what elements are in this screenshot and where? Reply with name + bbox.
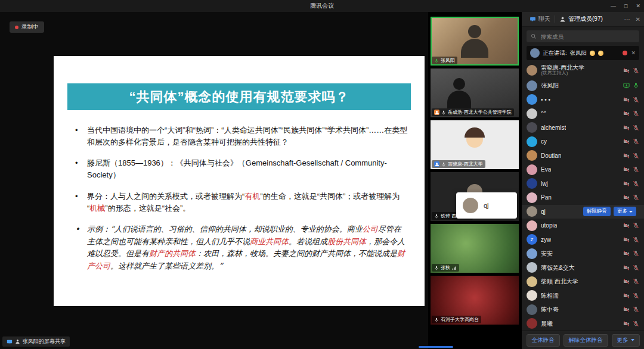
recording-indicator: 录制中 — [10, 21, 44, 33]
camera-off-icon[interactable] — [623, 124, 630, 131]
window-titlebar: 腾讯会议 — □ ✕ — [0, 0, 644, 12]
camera-off-icon[interactable] — [623, 250, 630, 257]
camera-off-icon[interactable] — [623, 236, 630, 243]
member-row[interactable]: 柴顺 西北大学 — [522, 275, 644, 289]
camera-off-icon[interactable] — [623, 306, 630, 313]
camera-off-icon[interactable] — [623, 67, 630, 74]
unmute-button[interactable]: 解除静音 — [583, 207, 611, 216]
mic-off-icon[interactable] — [633, 124, 639, 131]
mic-off-icon[interactable] — [633, 320, 639, 327]
member-name: • • • — [541, 96, 550, 104]
camera-off-icon[interactable] — [623, 320, 630, 327]
mic-off-icon[interactable] — [633, 152, 639, 159]
video-label: 雷晓康-西北大学 — [432, 160, 485, 168]
close-button[interactable]: ✕ — [636, 0, 640, 12]
tencent-meeting-window: 腾讯会议 — □ ✕ 录制中 “共同体”概念的使用有规范要求吗？ 当代中国语境中… — [0, 0, 644, 349]
member-row[interactable]: 雷晓康-西北大学 (联席主持人) — [522, 62, 644, 79]
member-avatar: Z — [527, 234, 537, 245]
camera-off-icon[interactable] — [623, 194, 630, 201]
search-input[interactable] — [540, 33, 635, 40]
mic-off-icon[interactable] — [633, 264, 639, 271]
tab-members[interactable]: 管理成员(97) — [555, 12, 607, 26]
video-thumbnail[interactable]: 岳成浩-西北大学公共管理学院 — [431, 68, 519, 117]
video-thumbnail[interactable]: 雷晓康-西北大学 — [431, 120, 519, 169]
member-row[interactable]: 张凤阳 — [522, 79, 644, 93]
member-avatar — [527, 220, 537, 231]
member-row[interactable]: ^^ — [522, 107, 644, 121]
camera-off-icon[interactable] — [623, 152, 630, 159]
mic-off-icon[interactable] — [633, 194, 639, 201]
camera-off-icon[interactable] — [623, 292, 630, 299]
more-actions-button[interactable]: 更多 — [612, 334, 640, 347]
tab-chat[interactable]: 聊天 — [525, 12, 555, 26]
panel-more-button[interactable]: ··· — [624, 16, 630, 23]
mic-off-icon[interactable] — [633, 278, 639, 285]
member-list: 雷晓康-西北大学 (联席主持人) — [522, 62, 644, 331]
mic-icon — [434, 266, 439, 270]
member-avatar — [527, 192, 537, 203]
member-name: cy — [541, 138, 547, 145]
video-thumbnail[interactable]: 张凤阳 — [431, 17, 519, 66]
member-name: 张凤阳 — [541, 82, 559, 89]
slide-bullet: 界分：人与人之间的关系模式，或者被理解为“有机”的生命，这就是“共同体”；或者被… — [75, 191, 408, 214]
screen-share-status-bar[interactable]: 张凤阳的屏幕共享 — [2, 336, 70, 347]
mic-off-icon[interactable] — [633, 166, 639, 173]
member-row[interactable]: 晨曦 — [522, 317, 644, 331]
camera-off-icon[interactable] — [623, 180, 630, 187]
member-row[interactable]: utopia — [522, 219, 644, 233]
member-avatar — [527, 318, 537, 329]
member-row[interactable]: lwj — [522, 177, 644, 191]
member-row[interactable]: 安安 — [522, 247, 644, 261]
popup-participant-name: qj — [484, 202, 489, 209]
member-row[interactable]: 薄饭芜&交大 — [522, 261, 644, 275]
member-row[interactable]: Pan — [522, 191, 644, 205]
camera-off-icon[interactable] — [623, 264, 630, 271]
dismiss-banner-button[interactable]: ✕ — [631, 50, 636, 56]
monitor-icon — [7, 339, 13, 345]
mic-off-icon[interactable] — [633, 250, 639, 257]
member-row[interactable]: Eva — [522, 163, 644, 177]
video-thumbnail[interactable]: 张秋 — [431, 224, 519, 273]
video-thumbnail[interactable]: 石河子大学高岗台 — [431, 276, 519, 325]
camera-off-icon[interactable] — [623, 110, 630, 117]
mic-off-icon[interactable] — [633, 110, 639, 117]
mic-off-icon[interactable] — [633, 138, 639, 145]
mic-off-icon[interactable] — [633, 236, 639, 243]
member-row[interactable]: Z zyw — [522, 233, 644, 247]
member-name: lwj — [541, 180, 548, 188]
mic-icon — [434, 317, 439, 322]
panel-close-button[interactable]: ✕ — [636, 16, 640, 23]
member-row[interactable]: • • • — [522, 93, 644, 107]
applause-icon — [598, 51, 603, 56]
unmute-all-button[interactable]: 解除全体静音 — [564, 334, 608, 347]
camera-off-icon[interactable] — [623, 222, 630, 229]
member-row[interactable]: 陈中奇 — [522, 303, 644, 317]
member-row[interactable]: Doutian — [522, 149, 644, 163]
member-avatar — [527, 108, 537, 119]
mic-off-icon[interactable] — [633, 67, 639, 74]
mic-off-icon[interactable] — [633, 180, 639, 187]
minimize-button[interactable]: — — [611, 0, 616, 12]
mic-off-icon[interactable] — [633, 306, 639, 313]
speaking-banner: 正在讲话: 张凤阳 ✕ — [527, 46, 639, 60]
camera-off-icon[interactable] — [623, 138, 630, 145]
video-label: 张秋 — [432, 264, 459, 272]
member-row[interactable]: cy — [522, 135, 644, 149]
search-box — [527, 30, 639, 42]
camera-off-icon[interactable] — [623, 166, 630, 173]
member-row[interactable]: alchemist — [522, 121, 644, 135]
maximize-button[interactable]: □ — [624, 0, 627, 12]
mic-off-icon[interactable] — [633, 222, 639, 229]
more-button[interactable]: 更多 — [614, 207, 636, 216]
mic-off-icon[interactable] — [633, 96, 639, 103]
mic-on-icon[interactable] — [633, 82, 639, 89]
member-row[interactable]: qj 解除静音 更多 — [522, 205, 644, 219]
camera-off-icon[interactable] — [623, 96, 630, 103]
mic-off-icon[interactable] — [633, 292, 639, 299]
member-avatar — [527, 164, 537, 175]
mute-all-button[interactable]: 全体静音 — [527, 334, 560, 347]
camera-off-icon[interactable] — [623, 278, 630, 285]
member-row[interactable]: 陈相濡 — [522, 289, 644, 303]
presentation-slide: “共同体”概念的使用有规范要求吗？ 当代中国语境中的一个“大词”和“热词”：“人… — [54, 56, 425, 306]
stage-scrollbar[interactable] — [419, 346, 453, 348]
